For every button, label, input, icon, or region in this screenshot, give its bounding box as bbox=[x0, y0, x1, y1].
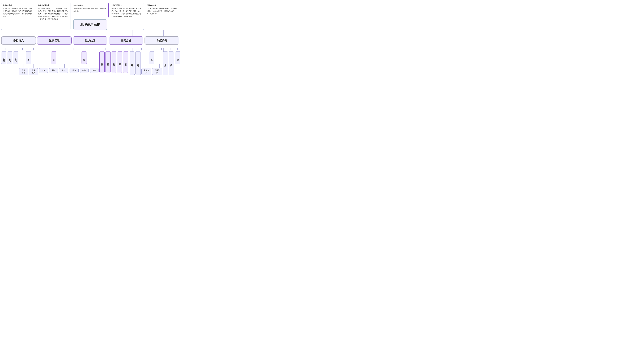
top-info-row: 数据输入模块： 是将表征空间位置的图形数和描述它的对象特征的属性数据，通过数字化… bbox=[1, 2, 179, 30]
data-process-title: 数据处理模块： bbox=[74, 4, 107, 7]
connector-top bbox=[1, 30, 179, 36]
child-data-edit: 数据编辑 bbox=[100, 51, 104, 73]
data-input-box: 数据输入模块： 是将表征空间位置的图形数和描述它的对象特征的属性数据，通过数字化… bbox=[1, 2, 35, 30]
gis-title: 地理信息系统 bbox=[80, 23, 100, 26]
output-branch: 统计报表 屏幕显示 绘图机 胶片影像 bbox=[175, 48, 180, 64]
main-nodes-row: 数据输入 数据管理 数据处理 空间分析 数据输出 bbox=[1, 36, 179, 44]
jianku-gc-line bbox=[21, 64, 36, 68]
children-row: 扫描数字化 交互数字化 跟踪数字化 bbox=[1, 48, 179, 75]
synth-gc-line bbox=[142, 64, 162, 68]
node-manage: 数据管理 bbox=[37, 36, 72, 44]
child-interact: 交互数字化 bbox=[7, 51, 12, 64]
data-input-title: 数据输入模块： bbox=[3, 4, 34, 7]
input-branch: 扫描数字化 交互数字化 跟踪数字化 bbox=[1, 48, 38, 75]
child-map-join: 图幅拼接 bbox=[105, 51, 110, 73]
child-proj-conv: 投影转换 bbox=[111, 51, 116, 73]
db-manage-content: 是GIS中最重要的一部分，提供存储、编辑、检索、查询、运算、显示、更新空间数据的… bbox=[38, 7, 69, 20]
input-children-line bbox=[1, 48, 38, 51]
child-overlay: 叠置处理 bbox=[163, 51, 168, 75]
db-manage-box: 数据库管理模块： 是GIS中最重要的一部分，提供存储、编辑、检索、查询、运算、显… bbox=[36, 2, 70, 30]
data-process-box: 数据处理模块： 对图形数据和属性数据的增加、删除、修改等基本操作。 bbox=[72, 2, 108, 18]
gc-modify: 修改 bbox=[59, 68, 68, 73]
process-children-nodes: 检索 属性 条件 bbox=[70, 51, 128, 73]
gc-attr: 属性 bbox=[70, 68, 78, 73]
manage-children-nodes: 库修改 追加 删除 bbox=[39, 51, 68, 73]
child-network: 网络分析 bbox=[169, 51, 174, 75]
kuxiugai-gc-line bbox=[41, 64, 66, 68]
gc-add: 追加 bbox=[39, 68, 48, 73]
child-data-conv: 数据转换 bbox=[123, 51, 128, 73]
process-branch: 检索 属性 条件 bbox=[70, 48, 128, 73]
spatial-children-line bbox=[130, 48, 174, 51]
child-track: 跟踪数字化 bbox=[13, 51, 18, 64]
child-data-synth: 数据综合 bbox=[149, 51, 154, 64]
spatial-branch: 统计分析 查询分析 数据综合 bbox=[130, 48, 174, 75]
main-canvas: 数据输入模块： 是将表征空间位置的图形数和描述它的对象特征的属性数据，通过数字化… bbox=[0, 0, 180, 79]
gc-delete: 删除 bbox=[49, 68, 58, 73]
data-process-content: 对图形数据和属性数据的增加、删除、修改等基本操作。 bbox=[74, 7, 107, 12]
child-error-correct: 误差校正 bbox=[117, 51, 122, 73]
jiansuo-gc-line bbox=[71, 64, 97, 68]
input-children-nodes: 扫描数字化 交互数字化 跟踪数字化 bbox=[1, 51, 38, 75]
child-query: 查询分析 bbox=[136, 51, 141, 75]
bottom-tree: 扫描数字化 交互数字化 跟踪数字化 bbox=[1, 48, 179, 75]
node-spatial: 空间分析 bbox=[109, 36, 143, 44]
spatial-analysis-title: 空间分析模块： bbox=[112, 4, 142, 7]
child-stat-report: 统计报表 bbox=[175, 51, 180, 64]
gis-center-box: 地理信息系统 bbox=[74, 19, 107, 30]
data-output-title: 数据输出模块： bbox=[147, 4, 177, 7]
node-output: 数据输出 bbox=[144, 36, 179, 44]
gc-graphic-data: 图形数据 bbox=[19, 68, 28, 75]
node-input: 数据输入 bbox=[1, 36, 36, 44]
db-manage-title: 数据库管理模块： bbox=[38, 4, 69, 7]
child-jianku: 建库 bbox=[26, 51, 31, 64]
child-scan: 扫描数字化 bbox=[1, 51, 6, 64]
child-stat: 统计分析 bbox=[130, 51, 135, 75]
gc-condition: 条件 bbox=[80, 68, 88, 73]
data-output-box: 数据输出模块： GIS输出的结果应有很强的可视性，根据用途和目的，输出统计报表，… bbox=[145, 2, 179, 30]
node-process: 数据处理 bbox=[73, 36, 108, 44]
manage-branch: 库修改 追加 删除 bbox=[39, 48, 68, 73]
gc-border-del: 边界删除 bbox=[152, 68, 162, 75]
child-kuXiugai: 库修改 bbox=[51, 51, 56, 64]
spatial-analysis-box: 空间分析模块： 根据用户的需求对地理空间信息进行统计分析、综合分析、拓扑叠加分析… bbox=[110, 2, 144, 30]
child-jiansuo: 检索 bbox=[82, 51, 87, 64]
spatial-children-nodes: 统计分析 查询分析 数据综合 bbox=[130, 51, 174, 75]
output-children-nodes: 统计报表 屏幕显示 绘图机 胶片影像 bbox=[175, 51, 180, 64]
connector-svg-top bbox=[1, 30, 179, 36]
gc-attr-data: 属性数据 bbox=[29, 68, 38, 75]
process-children-line bbox=[70, 48, 128, 51]
output-children-line bbox=[175, 48, 180, 51]
data-input-content: 是将表征空间位置的图形数和描述它的对象特征的属性数据，通过数字化仪或扫描仪等输入… bbox=[3, 7, 34, 18]
data-output-content: GIS输出的结果应有很强的可视性，根据用途和目的，输出统计报表，屏幕显示，绘图机… bbox=[147, 7, 177, 15]
gc-window: 窗口 bbox=[90, 68, 99, 73]
gc-reclassify: 重新分类 bbox=[142, 68, 151, 75]
spatial-analysis-content: 根据用户的需求对地理空间信息进行统计分析、综合分析、拓扑叠加分析、网络分析、缓冲… bbox=[112, 7, 142, 18]
manage-children-line bbox=[39, 48, 68, 51]
